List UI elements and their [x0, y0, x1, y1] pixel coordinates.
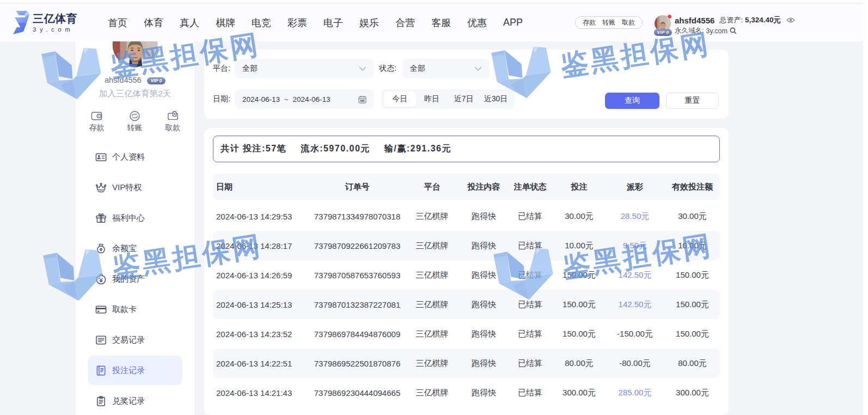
summary-bets: 投注:57笔 — [243, 143, 286, 155]
bet-record-icon — [95, 365, 107, 376]
sidebar-item-label: 取款卡 — [112, 304, 137, 315]
table-row-2: 2024-06-13 14:28:177379870922661209783三亿… — [213, 231, 720, 260]
sidebar-username: ahsfd4556 — [105, 76, 142, 84]
cell-valid: 150.00元 — [665, 270, 720, 280]
wallet-action-2[interactable]: 转账 — [602, 18, 615, 27]
sidebar-item-投注记录[interactable]: 投注记录 — [88, 356, 182, 385]
eye-icon[interactable] — [786, 17, 795, 23]
nav-item-9[interactable]: 合营 — [395, 16, 415, 29]
range-button-今日[interactable]: 今日 — [384, 91, 416, 107]
summary-bar: 共计 投注:57笔 流水:5970.00元 输/赢:291.36元 — [213, 136, 720, 162]
quick-action-转账[interactable]: 转账 — [116, 111, 154, 133]
sidebar-item-我的资产[interactable]: 我的资产 — [88, 264, 182, 294]
sidebar-item-余额宝[interactable]: 余额宝 — [88, 234, 182, 263]
table-row-3: 2024-06-13 14:26:597379870587653760593三亿… — [213, 260, 720, 290]
cell-content: 跑得快 — [461, 211, 507, 222]
search-button[interactable]: 查询 — [605, 93, 659, 109]
platform-select[interactable]: 全部 — [235, 59, 374, 78]
cell-order: 7379870587653760593 — [311, 271, 404, 280]
wallet-action-1[interactable]: 存款 — [583, 18, 596, 27]
cell-valid: 150.00元 — [665, 300, 720, 310]
table-body: 2024-06-13 14:29:537379871334978070318三亿… — [213, 202, 720, 407]
sidebar-item-福利中心[interactable]: 福利中心 — [88, 203, 182, 233]
id-card-icon — [95, 151, 107, 163]
sidebar-item-label: VIP特权 — [112, 182, 142, 193]
range-button-近7日[interactable]: 近7日 — [448, 91, 480, 107]
sidebar-item-个人资料[interactable]: 个人资料 — [88, 142, 182, 172]
cell-platform: 三亿棋牌 — [404, 300, 461, 310]
range-button-近30日[interactable]: 近30日 — [480, 91, 512, 107]
sidebar-item-取款卡[interactable]: 取款卡 — [88, 295, 182, 324]
nav-item-12[interactable]: APP — [503, 17, 523, 28]
range-button-昨日[interactable]: 昨日 — [416, 91, 448, 107]
cell-payout: -80.00元 — [605, 358, 665, 369]
sidebar-item-label: 我的资产 — [112, 274, 145, 284]
chevron-down-icon — [359, 66, 366, 71]
brand-logo[interactable]: 三亿体育 3y.com — [11, 11, 77, 34]
magnifier-icon[interactable] — [730, 27, 737, 34]
cell-status: 已结算 — [507, 270, 553, 280]
sidebar-item-兑奖记录[interactable]: 兑奖记录 — [88, 386, 182, 415]
nav-item-11[interactable]: 优惠 — [467, 16, 487, 29]
sidebar-item-label: 兑奖记录 — [112, 396, 145, 406]
cell-bet: 150.00元 — [553, 300, 605, 310]
column-header-平台: 平台 — [404, 182, 461, 192]
cell-valid: 10.00元 — [665, 241, 720, 251]
table-row-7: 2024-06-13 14:21:437379869230444094665三亿… — [213, 378, 720, 407]
cell-content: 跑得快 — [461, 358, 507, 369]
transfer-icon — [129, 111, 141, 121]
quick-action-存款[interactable]: 存款 — [78, 111, 116, 133]
quick-action-label: 存款 — [89, 123, 105, 133]
table-row-5: 2024-06-13 14:23:527379869784494876009三亿… — [213, 319, 720, 349]
crown-icon — [95, 182, 107, 193]
withdraw-icon — [167, 111, 179, 121]
cell-status: 已结算 — [507, 241, 553, 251]
domain-label: 永久域名: — [675, 26, 704, 35]
nav-item-6[interactable]: 彩票 — [288, 16, 307, 29]
nav-item-2[interactable]: 体育 — [144, 16, 163, 29]
scrollbar[interactable] — [863, 0, 868, 415]
cell-bet: 150.00元 — [553, 329, 605, 339]
summary-winloss: 输/赢:291.36元 — [384, 143, 451, 155]
domain-value: 3y.com — [706, 27, 727, 35]
cell-order: 7379869230444094665 — [311, 388, 404, 398]
cell-platform: 三亿棋牌 — [404, 211, 461, 222]
cell-bet: 80.00元 — [553, 358, 605, 369]
cell-bet: 150.00元 — [553, 270, 605, 280]
cell-valid: 300.00元 — [665, 388, 720, 398]
nav-item-8[interactable]: 娱乐 — [359, 16, 379, 29]
nav-item-1[interactable]: 首页 — [108, 16, 127, 29]
nav-item-4[interactable]: 棋牌 — [216, 16, 235, 29]
cell-bet: 10.00元 — [553, 241, 605, 251]
cell-payout: 142.50元 — [605, 300, 665, 310]
header-vip-badge: VIP 0 — [654, 29, 672, 36]
cell-platform: 三亿棋牌 — [404, 329, 461, 339]
sidebar-quick-actions: 存款转账取款 — [78, 111, 192, 133]
gift-icon — [95, 212, 107, 224]
records-card: 共计 投注:57笔 流水:5970.00元 输/赢:291.36元 日期订单号平… — [204, 128, 729, 415]
sidebar-item-label: 投注记录 — [112, 365, 145, 376]
table-header: 日期订单号平台投注内容注单状态投注派彩有效投注额 — [213, 174, 720, 200]
sidebar-item-交易记录[interactable]: 交易记录 — [88, 325, 182, 355]
status-select[interactable]: 全部 — [402, 59, 490, 78]
nav-item-3[interactable]: 真人 — [180, 16, 199, 29]
nav-item-5[interactable]: 电竞 — [252, 16, 271, 29]
reset-button[interactable]: 重置 — [666, 93, 719, 109]
date-from: 2024-06-13 — [242, 95, 280, 103]
cell-content: 跑得快 — [461, 388, 507, 398]
cell-order: 7379869522501870876 — [311, 359, 404, 368]
cell-date: 2024-06-13 14:26:59 — [213, 271, 311, 280]
nav-item-10[interactable]: 客服 — [431, 16, 451, 29]
quick-action-取款[interactable]: 取款 — [154, 111, 192, 133]
date-range-input[interactable]: 2024-06-13 ~ 2024-06-13 — [235, 89, 374, 109]
cell-order: 7379871334978070318 — [311, 212, 404, 221]
nav-item-7[interactable]: 电子 — [323, 16, 343, 29]
sidebar-item-VIP特权[interactable]: VIP特权 — [88, 173, 182, 202]
date-label: 日期: — [213, 94, 230, 104]
brand-domain: 3y.com — [33, 26, 77, 33]
summary-turnover: 流水:5970.00元 — [301, 143, 370, 155]
wallet-action-3[interactable]: 取款 — [622, 18, 635, 27]
cell-date: 2024-06-13 14:28:17 — [213, 241, 311, 251]
header-avatar-wrap[interactable]: VIP 0 — [655, 15, 671, 37]
column-header-投注: 投注 — [553, 182, 605, 192]
